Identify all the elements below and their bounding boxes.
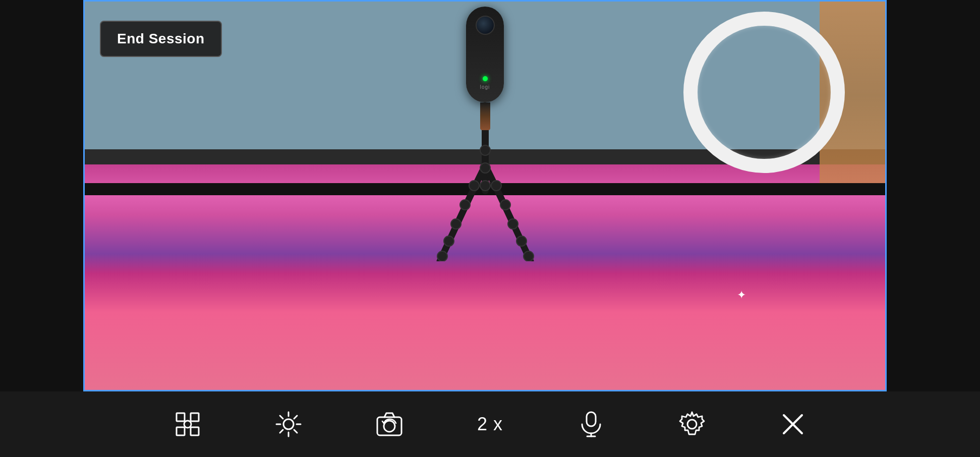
svg-point-11 [480,145,490,155]
svg-point-5 [437,251,447,261]
svg-point-19 [283,419,294,429]
tripod-legs [399,130,571,261]
snapshot-icon [374,409,405,439]
zoom-value: 2 x [477,414,503,435]
svg-line-24 [280,416,283,419]
svg-point-6 [491,181,501,191]
close-button[interactable] [742,391,843,457]
camera-feed: logi [83,0,887,391]
webcam-brand: logi [480,84,490,90]
svg-point-4 [444,236,454,246]
svg-point-8 [508,219,518,229]
svg-point-9 [516,236,527,246]
svg-point-2 [460,200,470,210]
svg-point-12 [480,163,490,173]
sidebar-right [887,0,980,391]
svg-point-33 [687,420,697,429]
webcam-body: logi [466,7,504,102]
svg-line-27 [280,430,283,433]
settings-icon [677,409,707,439]
microphone-button[interactable] [541,391,642,457]
svg-point-18 [184,421,191,428]
sidebar-left [0,0,83,391]
ring-light [683,12,845,173]
svg-rect-16 [177,427,185,435]
close-icon [778,409,808,439]
end-session-button[interactable]: End Session [100,21,222,57]
focus-button[interactable] [137,391,238,457]
toolbar: 2 x [0,391,980,457]
focus-icon [172,409,203,439]
svg-rect-14 [177,413,185,421]
svg-point-13 [480,181,490,191]
svg-line-25 [294,430,297,433]
viewport-wrapper: logi [0,0,980,391]
brightness-button[interactable] [238,391,339,457]
svg-point-10 [524,251,534,261]
svg-point-3 [451,219,461,229]
svg-point-7 [500,200,510,210]
tripod-mount [480,102,490,130]
svg-rect-17 [191,427,199,435]
webcam-lens [476,16,495,35]
zoom-button[interactable]: 2 x [440,391,541,457]
svg-rect-15 [191,413,199,421]
svg-line-26 [294,416,297,419]
settings-button[interactable] [642,391,742,457]
tripod-group: logi [399,2,571,261]
microphone-icon [576,409,606,439]
svg-point-1 [469,181,479,191]
svg-rect-30 [587,412,596,426]
snapshot-button[interactable] [339,391,440,457]
svg-rect-28 [377,417,401,435]
main-container: logi [0,0,980,457]
webcam-led [483,76,488,81]
brightness-icon [273,409,304,439]
cursor: ✦ [737,290,744,297]
